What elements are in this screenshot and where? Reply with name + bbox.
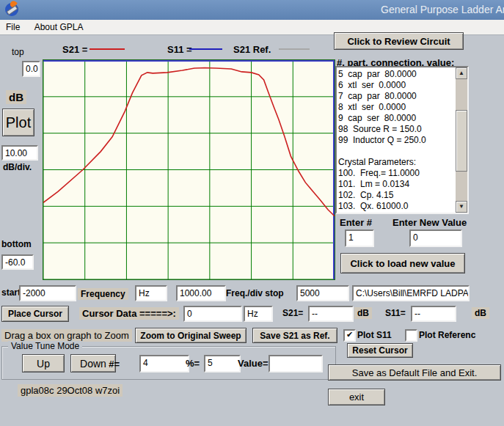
cursor-s21-db-label: dB	[354, 307, 372, 319]
s21-plot[interactable]	[43, 59, 335, 280]
cursor-freq-input[interactable]: 0	[183, 306, 242, 322]
list-item[interactable]: 8 xtl ser 0.0000	[338, 102, 455, 113]
plot-canvas[interactable]	[43, 60, 335, 279]
list-item[interactable]: 102. Cp. 4.15	[338, 190, 455, 201]
scrollbar-thumb[interactable]	[456, 110, 467, 172]
freq-per-div-stop-label: Freq./div stop	[226, 288, 284, 298]
list-item[interactable]: Crystal Parameters:	[338, 157, 455, 168]
scroll-up-icon[interactable]: ▲	[456, 67, 467, 79]
pen-icon	[7, 5, 18, 15]
cursor-s11-db-label: dB	[472, 307, 489, 319]
plot-s11-label: Plot S11	[357, 330, 392, 340]
list-item[interactable]: 5 cap par 80.0000	[338, 69, 455, 80]
title-bar[interactable]: General Purpose Ladder An	[0, 0, 504, 20]
plot-button[interactable]: Plot	[2, 109, 34, 136]
stop-freq-input[interactable]: 5000	[296, 285, 349, 301]
list-item[interactable]: 6 xtl ser 0.0000	[338, 80, 455, 91]
cursor-data-label: Cursor Data =====>:	[79, 307, 179, 320]
app-window: General Purpose Ladder An File About GPL…	[0, 0, 504, 426]
legend-s21-label: S21 =	[62, 44, 87, 55]
parts-list-scrollbar[interactable]: ▲ ▼	[456, 67, 467, 213]
parts-list-items[interactable]: 5 cap par 80.00006 xtl ser 0.00007 cap p…	[338, 69, 455, 213]
series-s21-curve	[43, 68, 335, 216]
plot-s11-checkbox[interactable]: ✔	[343, 329, 356, 342]
value-tune-mode-title: Value Tune Mode	[8, 341, 82, 351]
bottom-label: bottom	[1, 239, 32, 249]
review-circuit-button[interactable]: Click to Review Circuit	[334, 32, 464, 50]
list-item[interactable]: 101. Lm = 0.0134	[338, 179, 455, 190]
cursor-s21-value[interactable]: --	[308, 306, 354, 322]
start-freq-input[interactable]: -2000	[19, 285, 76, 301]
parts-listbox[interactable]: 5 cap par 80.00006 xtl ser 0.00007 cap p…	[335, 66, 469, 214]
menu-about-gpla[interactable]: About GPLA	[29, 20, 90, 32]
enter-new-value-input[interactable]: 0	[409, 229, 462, 247]
freq-unit-input[interactable]: Hz	[135, 285, 167, 301]
tune-up-button[interactable]: Up	[22, 354, 65, 372]
db-label: dB	[6, 90, 26, 104]
version-status-label: gpla08c 29Oct08 w7zoi	[18, 384, 123, 397]
tune-value-input[interactable]	[269, 355, 323, 372]
window-title: General Purpose Ladder An	[381, 4, 504, 15]
list-item[interactable]: 103. Qx. 61000.0	[338, 201, 455, 212]
tune-value-label: Value=	[238, 358, 269, 369]
tune-number-label: #=	[109, 359, 120, 370]
tune-percent-label: %=	[186, 358, 200, 369]
db-per-div-label: dB/div.	[3, 162, 32, 172]
frequency-label: Frequency	[78, 288, 128, 300]
file-path-field[interactable]: C:\Users\Bill\EMRFD LADPAC\11MHZ Coh	[352, 285, 470, 301]
list-item[interactable]: 7 cap par 80.0000	[338, 91, 455, 102]
place-cursor-button[interactable]: Place Cursor	[1, 306, 69, 322]
cursor-s21-label: S21=	[282, 308, 303, 318]
freq-per-div-input[interactable]: 1000.00	[176, 285, 226, 301]
db-per-div-input[interactable]: 10.00	[1, 145, 38, 161]
plot-reference-checkbox[interactable]	[405, 329, 417, 342]
tune-number-input[interactable]: 4	[139, 355, 189, 372]
list-item[interactable]: 99 Inductor Q = 250.0	[338, 135, 455, 146]
list-item[interactable]: 9 cap ser 80.0000	[338, 113, 455, 124]
cursor-s11-label: S11=	[385, 308, 406, 318]
legend-s21-line	[90, 48, 125, 50]
list-item[interactable]	[338, 146, 455, 157]
legend-ref-label: S21 Ref.	[233, 44, 271, 55]
top-db-input[interactable]: 0.0	[22, 61, 40, 77]
exit-button[interactable]: exit	[328, 389, 385, 405]
cursor-unit-input[interactable]: Hz	[244, 306, 273, 322]
legend-s11-label: S11 =	[167, 44, 192, 55]
top-label: top	[12, 47, 24, 57]
app-icon[interactable]	[5, 3, 18, 16]
legend-ref-line	[279, 48, 310, 50]
list-item[interactable]: 98 Source R = 150.0	[338, 124, 455, 135]
list-item[interactable]: 100. Freq.= 11.0000	[338, 168, 455, 179]
enter-new-value-label: Enter New Value	[392, 217, 467, 228]
load-new-value-button[interactable]: Click to load new value	[340, 253, 465, 273]
zoom-original-sweep-button[interactable]: Zoom to Original Sweep	[135, 328, 246, 343]
save-s21-ref-button[interactable]: Save S21 as Ref.	[252, 328, 337, 343]
legend-s11-line	[189, 48, 222, 50]
cursor-s11-value[interactable]: --	[411, 306, 456, 322]
save-default-exit-button[interactable]: Save as Default File and Exit.	[328, 364, 501, 381]
menu-file[interactable]: File	[0, 20, 26, 32]
scroll-down-icon[interactable]: ▼	[456, 201, 467, 213]
reset-cursor-button[interactable]: Reset Cursor	[347, 343, 413, 358]
tune-percent-input[interactable]: 5	[204, 355, 241, 372]
plot-reference-label: Plot Referenc	[419, 330, 475, 340]
drag-to-zoom-label: Drag a box on graph to Zoom	[1, 329, 132, 342]
enter-number-label: Enter #	[340, 217, 372, 228]
bottom-db-input[interactable]: -60.0	[1, 254, 34, 270]
start-label: start	[1, 287, 21, 298]
enter-number-input[interactable]: 1	[345, 229, 374, 247]
